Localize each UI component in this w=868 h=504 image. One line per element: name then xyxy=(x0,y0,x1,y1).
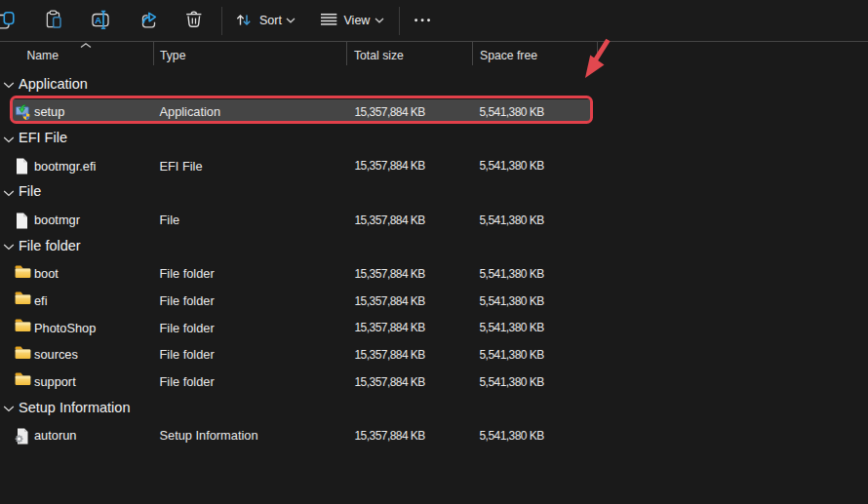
svg-text:A: A xyxy=(95,15,101,25)
